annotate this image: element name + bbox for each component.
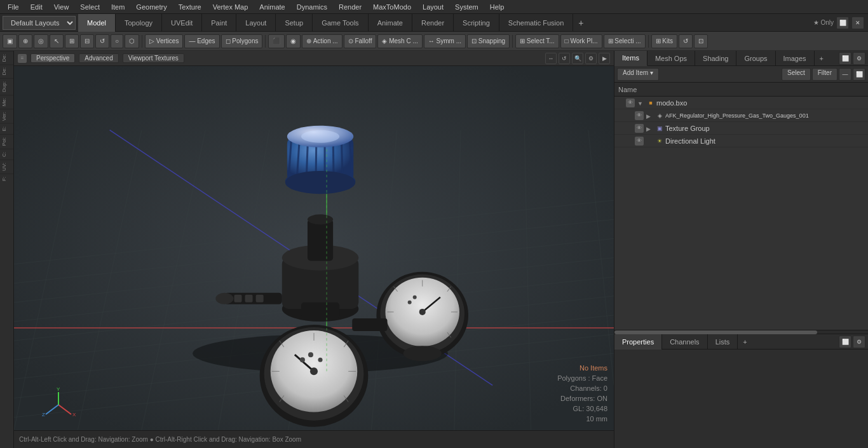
layout-settings-btn[interactable]: ✕ <box>851 17 864 29</box>
viewport-perspective-btn[interactable]: Perspective <box>31 53 75 63</box>
menu-animate[interactable]: Animate <box>254 2 290 12</box>
items-list-expand[interactable]: ⬜ <box>853 68 865 81</box>
select-btn[interactable]: Select <box>782 68 811 81</box>
props-tab-add[interactable]: + <box>738 337 752 347</box>
tab-schematic[interactable]: Schematic Fusion <box>499 14 573 32</box>
tree-item-light[interactable]: 👁 ☀ Directional Light <box>614 135 868 147</box>
menu-item[interactable]: Item <box>106 2 130 12</box>
toolbar-mode-b[interactable]: ◉ <box>286 34 301 48</box>
eye-btn-texture[interactable]: 👁 <box>635 124 644 133</box>
viewport-menu-btn[interactable]: ≡ <box>18 54 27 63</box>
items-list-settings[interactable]: — <box>839 68 851 81</box>
vp-icon-rotate[interactable]: ↺ <box>559 53 570 64</box>
toolbar-quad[interactable]: ⊞ <box>65 34 79 48</box>
expand-afk[interactable]: ▶ <box>646 112 655 119</box>
toolbar-undo[interactable]: ↺ <box>95 34 109 48</box>
menu-system[interactable]: System <box>450 2 484 12</box>
toolbar-snapping[interactable]: ⊡ Snapping <box>467 34 510 48</box>
toolbar-workpl[interactable]: □ Work Pl... <box>560 34 602 48</box>
tab-paint[interactable]: Paint <box>202 14 236 32</box>
toolbar-polygons[interactable]: ◻ Polygons <box>221 34 263 48</box>
toolbar-mode-1[interactable]: ▣ <box>3 34 17 48</box>
toolbar-mode-a[interactable]: ⬛ <box>268 34 285 48</box>
tab-groups[interactable]: Groups <box>736 51 775 66</box>
toolbar-falloff[interactable]: ⊙ Falloff <box>344 34 377 48</box>
viewport-advanced-btn[interactable]: Advanced <box>79 53 118 63</box>
menu-maxtomodo[interactable]: MaxToModo <box>368 2 416 12</box>
sidebar-tab-de2[interactable]: De: <box>0 64 13 78</box>
toolbar-rotate[interactable]: ◎ <box>34 34 48 48</box>
tab-gametools[interactable]: Game Tools <box>313 14 369 32</box>
menu-select[interactable]: Select <box>75 2 105 12</box>
menu-file[interactable]: File <box>3 2 24 12</box>
layout-preset-dropdown[interactable]: Default Layouts <box>3 16 76 30</box>
expand-texture[interactable]: ▶ <box>646 125 655 132</box>
expand-light[interactable] <box>646 137 655 145</box>
toolbar-edges[interactable]: — Edges <box>184 34 219 48</box>
props-maximize[interactable]: ⬜ <box>839 336 851 348</box>
props-settings[interactable]: ⚙ <box>853 336 865 348</box>
sidebar-tab-ver[interactable]: Ver: <box>0 109 13 123</box>
tab-uvedit[interactable]: UVEdit <box>162 14 202 32</box>
eye-btn-light[interactable]: 👁 <box>635 137 644 146</box>
expand-btn-modo[interactable]: ▼ <box>637 99 646 107</box>
tab-scripting[interactable]: Scripting <box>454 14 499 32</box>
toolbar-mesh[interactable]: ◈ Mesh C ... <box>377 34 422 48</box>
viewport-canvas[interactable]: No Items Polygons : Face Channels: 0 Def… <box>14 66 614 430</box>
sidebar-tab-de1[interactable]: De: <box>0 51 13 64</box>
vp-icon-settings[interactable]: ⚙ <box>585 53 597 64</box>
toolbar-action[interactable]: ⊕ Action ... <box>302 34 342 48</box>
tab-items[interactable]: Items <box>614 51 648 66</box>
toolbar-circle[interactable]: ○ <box>111 34 123 48</box>
menu-help[interactable]: Help <box>485 2 510 12</box>
toolbar-selecti[interactable]: ⊞ Selecti ... <box>604 34 646 48</box>
tab-properties[interactable]: Properties <box>614 334 662 350</box>
items-tab-add[interactable]: + <box>815 53 829 64</box>
tab-meshops[interactable]: Mesh Ops <box>648 51 695 66</box>
toolbar-select-arrow[interactable]: ↖ <box>50 34 64 48</box>
sidebar-tab-me[interactable]: Me: <box>0 95 13 109</box>
sidebar-tab-uv[interactable]: UV: <box>0 160 13 173</box>
toolbar-last[interactable]: ⊡ <box>694 34 708 48</box>
toolbar-vertices[interactable]: ▷ ▷ VerticesVertices <box>145 34 183 48</box>
toolbar-hex[interactable]: ⬡ <box>125 34 139 48</box>
toolbar-snap[interactable]: ⊕ <box>18 34 32 48</box>
tab-model[interactable]: Model <box>78 14 116 32</box>
menu-layout[interactable]: Layout <box>417 2 449 12</box>
vp-icon-zoom[interactable]: 🔍 <box>572 53 583 64</box>
layout-maximize-btn[interactable]: ⬜ <box>836 17 849 29</box>
menu-texture[interactable]: Texture <box>173 2 207 12</box>
eye-btn-modo[interactable]: 👁 <box>626 98 635 107</box>
toolbar-select-t[interactable]: ⊞ Select T... <box>515 34 559 48</box>
tab-layout[interactable]: Layout <box>236 14 276 32</box>
tab-lists[interactable]: Lists <box>708 334 738 350</box>
menu-edit[interactable]: Edit <box>25 2 48 12</box>
items-panel-maximize[interactable]: ⬜ <box>839 52 851 65</box>
menu-vertexmap[interactable]: Vertex Map <box>208 2 254 12</box>
toolbar-grid[interactable]: ⊟ <box>80 34 94 48</box>
toolbar-kits[interactable]: ⊞ Kits <box>651 34 677 48</box>
sidebar-tab-dup[interactable]: Dup: <box>0 78 13 95</box>
tree-item-modo-bxo[interactable]: 👁 ▼ ■ modo.bxo <box>614 97 868 109</box>
menu-view[interactable]: View <box>49 2 74 12</box>
toolbar-refresh[interactable]: ↺ <box>679 34 693 48</box>
tab-setup[interactable]: Setup <box>276 14 313 32</box>
tree-item-afk[interactable]: 👁 ▶ ◈ AFK_Regulator_High_Pressure_Gas_Tw… <box>614 109 868 122</box>
viewport-textures-btn[interactable]: Viewport Textures <box>123 53 184 63</box>
menu-render[interactable]: Render <box>334 2 367 12</box>
tab-add-button[interactable]: + <box>573 15 588 31</box>
sidebar-tab-f[interactable]: F: <box>0 173 13 184</box>
tab-channels[interactable]: Channels <box>662 334 707 350</box>
sidebar-tab-pol[interactable]: Pol: <box>0 134 13 149</box>
items-scrollbar-thumb[interactable] <box>614 330 817 334</box>
toolbar-symm[interactable]: ↔ Symm ... <box>424 34 466 48</box>
menu-geometry[interactable]: Geometry <box>131 2 172 12</box>
vp-icon-play[interactable]: ▶ <box>599 53 610 64</box>
tab-images[interactable]: Images <box>776 51 815 66</box>
eye-btn-afk[interactable]: 👁 <box>635 111 644 120</box>
add-item-btn[interactable]: Add Item ▾ <box>617 68 659 81</box>
tab-render[interactable]: Render <box>412 14 454 32</box>
sidebar-tab-c[interactable]: C: <box>0 149 13 160</box>
tab-shading[interactable]: Shading <box>695 51 736 66</box>
tree-item-texture[interactable]: 👁 ▶ ▣ Texture Group <box>614 122 868 135</box>
